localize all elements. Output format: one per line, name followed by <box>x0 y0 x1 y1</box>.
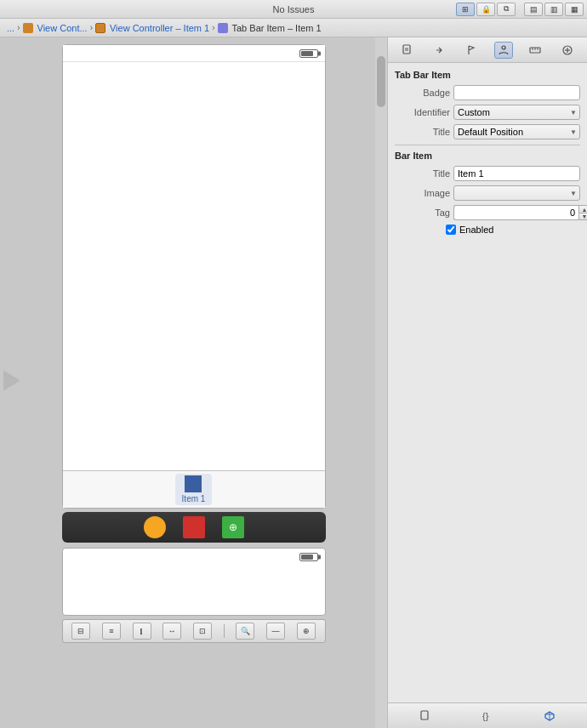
zoom-in-btn[interactable]: ⊕ <box>297 623 316 640</box>
inspector-tab-ruler[interactable] <box>526 42 544 59</box>
breadcrumb-tab-bar-item[interactable]: Tab Bar Item – Item 1 <box>218 23 322 33</box>
panel-center-btn[interactable]: ▥ <box>544 3 563 16</box>
title-bar-text: No Issues <box>273 4 315 14</box>
bar-title-label: Title <box>395 168 450 179</box>
bar-title-input[interactable] <box>453 166 580 181</box>
tab-title-row: Title Default Position Left Center Right… <box>395 124 580 139</box>
svg-rect-0 <box>403 45 410 54</box>
svg-text:{}: {} <box>482 711 489 721</box>
bar-title-row: Title <box>395 166 580 181</box>
identifier-row: Identifier Custom Bookmarks Contacts Dow… <box>395 105 580 120</box>
tab-item-icon <box>185 475 202 492</box>
breadcrumb-view-controller[interactable]: View Cont... <box>23 23 88 33</box>
split-view-btn[interactable]: ⧉ <box>497 3 516 16</box>
tab-title-select-wrapper: Default Position Left Center Right ▼ <box>453 124 580 139</box>
tag-increment-btn[interactable]: ▲ <box>578 205 587 213</box>
bottom-tab-braces[interactable]: {} <box>478 708 497 725</box>
list-btn[interactable]: ≡ <box>102 623 121 640</box>
canvas-area: Item 1 ⊕ ⊟ ≡ ⫿ ↔ ⊡ 🔍 <box>0 37 387 728</box>
inspector-tab-arrow[interactable] <box>430 42 448 59</box>
title-bar-icons: ⊞ 🔒 ⧉ ▤ ▥ ▦ <box>456 0 584 18</box>
lock-btn[interactable]: 🔒 <box>476 3 495 16</box>
inspector-toolbar <box>388 37 587 63</box>
tag-stepper-buttons: ▲ ▼ <box>578 205 587 220</box>
toolbar-divider <box>224 624 225 638</box>
scrollbar-track[interactable] <box>375 37 387 728</box>
inspector-bottom-tabs: {} <box>388 702 587 728</box>
bottom-tab-file[interactable] <box>416 708 435 725</box>
svg-point-3 <box>502 46 505 49</box>
red-cube-icon[interactable] <box>183 516 205 538</box>
scene-toolbar: ⊕ <box>62 512 326 543</box>
bottom-toolbar: ⊟ ≡ ⫿ ↔ ⊡ 🔍 — ⊕ <box>62 619 326 643</box>
battery-fill-small <box>301 555 313 560</box>
phone-frame-main: Item 1 <box>62 44 326 509</box>
tag-stepper: ▲ ▼ <box>453 205 587 220</box>
yellow-circle-icon[interactable] <box>144 516 166 538</box>
view-controller-filled-icon <box>95 23 105 33</box>
phone-content-secondary <box>63 566 325 608</box>
section-divider-1 <box>395 145 580 145</box>
document-btn[interactable]: ⊡ <box>193 623 212 640</box>
identifier-select-wrapper: Custom Bookmarks Contacts Downloads Favo… <box>453 105 580 120</box>
breadcrumb-sep-1: › <box>17 23 20 32</box>
tag-decrement-btn[interactable]: ▼ <box>578 213 587 220</box>
tab-item-selected[interactable]: Item 1 <box>175 474 213 505</box>
image-label: Image <box>395 188 450 198</box>
inspector-tab-file[interactable] <box>398 42 417 59</box>
inspector-tab-identity[interactable] <box>494 42 513 59</box>
tab-bar-item-icon <box>218 23 228 33</box>
phone-tab-bar: Item 1 <box>63 470 325 508</box>
badge-input[interactable] <box>453 85 580 100</box>
scrollbar-thumb[interactable] <box>377 56 385 107</box>
breadcrumb-ellipsis[interactable]: ... <box>7 23 14 33</box>
green-exit-icon[interactable]: ⊕ <box>222 516 244 538</box>
columns-btn[interactable]: ⫿ <box>133 623 151 640</box>
grid-view-btn[interactable]: ⊞ <box>456 3 475 16</box>
tag-row: Tag ▲ ▼ <box>395 205 580 220</box>
battery-icon-small <box>299 553 318 561</box>
panel-left-btn[interactable]: ▤ <box>524 3 543 16</box>
badge-row: Badge <box>395 85 580 100</box>
divider-btn: — <box>266 623 285 640</box>
bottom-tab-cube[interactable] <box>540 708 559 725</box>
main-content: Item 1 ⊕ ⊟ ≡ ⫿ ↔ ⊡ 🔍 <box>0 37 587 728</box>
inspector-tab-flag[interactable] <box>462 42 481 59</box>
phone-status-bar-small <box>63 549 325 566</box>
ellipsis-icon: ... <box>7 23 14 33</box>
tag-label: Tag <box>395 208 450 218</box>
breadcrumb-sep-2: › <box>90 23 93 32</box>
arrow-indicator <box>3 371 20 391</box>
breadcrumb: ... › View Cont... › View Controller – I… <box>0 19 587 37</box>
badge-label: Badge <box>395 88 450 98</box>
inspector-panel: Tab Bar Item Badge Identifier Custom Boo… <box>387 37 587 728</box>
arrow-lr-btn[interactable]: ↔ <box>162 623 181 640</box>
inspector-tab-plus[interactable] <box>558 42 577 59</box>
bar-item-section-title: Bar Item <box>395 151 580 161</box>
identifier-label: Identifier <box>395 107 450 117</box>
enabled-label: Enabled <box>459 225 493 235</box>
tab-title-select[interactable]: Default Position Left Center Right <box>453 124 580 139</box>
image-row: Image ▼ <box>395 185 580 201</box>
inspector-content: Tab Bar Item Badge Identifier Custom Boo… <box>388 63 587 702</box>
image-select[interactable] <box>453 185 580 201</box>
battery-fill <box>301 51 313 56</box>
identifier-select[interactable]: Custom Bookmarks Contacts Downloads Favo… <box>453 105 580 120</box>
enabled-checkbox[interactable] <box>446 225 456 235</box>
tab-bar-item-section-title: Tab Bar Item <box>395 70 580 80</box>
view-controller-icon <box>23 23 33 33</box>
phone-content-area <box>63 62 325 470</box>
panel-right-btn[interactable]: ▦ <box>565 3 584 16</box>
battery-icon <box>299 49 318 58</box>
svg-rect-11 <box>421 711 428 719</box>
layout-btn[interactable]: ⊟ <box>71 623 90 640</box>
image-select-wrapper: ▼ <box>453 185 580 201</box>
breadcrumb-vc-item1[interactable]: View Controller – Item 1 <box>95 23 209 33</box>
tab-bar-label: Item 1 <box>182 494 206 503</box>
enabled-row: Enabled <box>395 225 580 235</box>
tag-input[interactable] <box>453 205 578 220</box>
breadcrumb-sep-3: › <box>212 23 214 32</box>
title-bar: No Issues ⊞ 🔒 ⧉ ▤ ▥ ▦ <box>0 0 587 19</box>
zoom-out-btn[interactable]: 🔍 <box>236 623 254 640</box>
tab-title-label: Title <box>395 127 450 137</box>
